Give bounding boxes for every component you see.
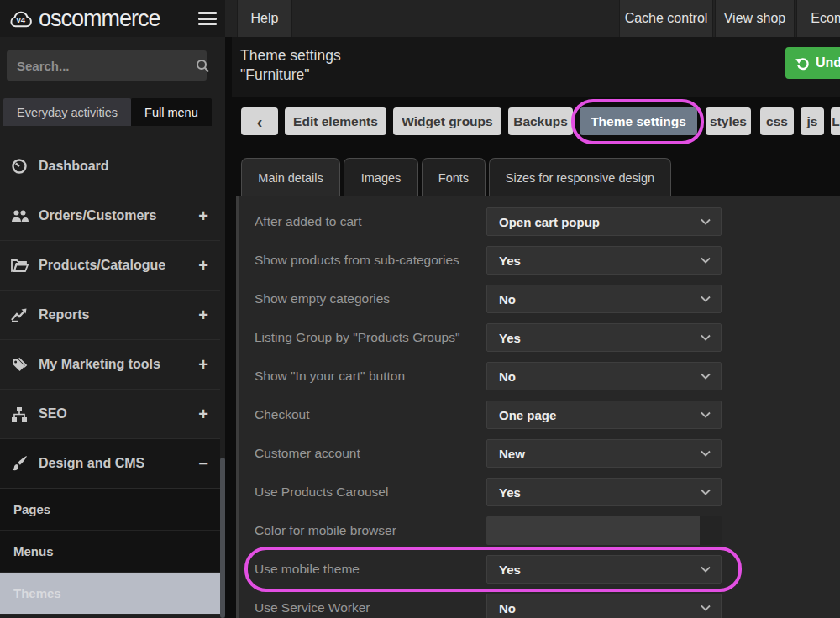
sidebar-item-themes[interactable]: Themes — [0, 573, 220, 615]
select-value: Yes — [499, 331, 701, 345]
folder-open-icon — [10, 258, 29, 273]
setting-row-checkout: Checkout One page — [255, 395, 840, 434]
undo-button[interactable]: Undo — [785, 47, 840, 79]
setting-label: Checkout — [255, 407, 486, 422]
sidebar-item-dashboard[interactable]: Dashboard — [0, 142, 220, 191]
setting-row-listing-group: Listing Group by "Products Groups" Yes — [255, 318, 840, 357]
sidebar-item-products-catalogue[interactable]: Products/Catalogue + — [0, 241, 220, 291]
expand-plus-icon[interactable]: + — [198, 207, 208, 226]
subtab-fonts[interactable]: Fonts — [422, 158, 486, 196]
select-value: No — [499, 601, 701, 615]
products-carousel-select[interactable]: Yes — [486, 478, 722, 506]
topbar-ecommerce[interactable]: Ecommerce — [796, 0, 840, 37]
setting-row-after-added-to-cart: After added to cart Open cart popup — [255, 202, 840, 241]
setting-label: Use Products Carousel — [255, 484, 486, 500]
sidebar-item-menus[interactable]: Menus — [0, 531, 220, 573]
undo-icon — [795, 56, 810, 71]
setting-label: Use mobile theme — [255, 562, 486, 577]
subtab-sizes-responsive[interactable]: Sizes for responsive design — [489, 158, 671, 196]
tab-theme-settings[interactable]: Theme settings — [580, 107, 697, 135]
oscommerce-admin: v4 oscommerce Everyday activities Full m… — [0, 0, 840, 618]
setting-row-mobile-browser-color: Color for mobile browser — [255, 511, 840, 550]
chevron-down-icon — [701, 566, 711, 573]
chevron-down-icon — [701, 257, 711, 264]
back-button[interactable]: ‹ — [241, 107, 278, 135]
select-value: Open cart popup — [499, 215, 701, 229]
sidebar: v4 oscommerce Everyday activities Full m… — [0, 0, 225, 618]
paintbrush-icon — [10, 455, 29, 472]
subtab-main-details[interactable]: Main details — [241, 158, 340, 196]
subtab-images[interactable]: Images — [344, 158, 418, 196]
setting-row-in-your-cart-button: Show "In your cart" button No — [255, 357, 840, 395]
select-value: No — [499, 369, 701, 384]
sidebar-item-orders-customers[interactable]: Orders/Customers + — [0, 191, 220, 241]
tab-layouts[interactable]: Layouts — [831, 107, 840, 135]
tab-css[interactable]: css — [760, 107, 794, 135]
mobile-browser-color-field — [486, 516, 722, 545]
select-value: Yes — [499, 254, 701, 268]
after-added-to-cart-select[interactable]: Open cart popup — [486, 207, 722, 236]
setting-row-empty-categories: Show empty categories No — [255, 280, 840, 318]
menu-label: Products/Catalogue — [39, 258, 165, 273]
submenu-label: Themes — [13, 586, 61, 600]
expand-plus-icon[interactable]: + — [198, 256, 208, 275]
chevron-down-icon — [701, 605, 711, 611]
sidebar-item-seo[interactable]: SEO + — [0, 390, 220, 439]
select-value: No — [499, 292, 701, 306]
menu-label: Design and CMS — [39, 456, 144, 471]
sidebar-item-reports[interactable]: Reports + — [0, 291, 220, 340]
select-value: Yes — [499, 563, 701, 577]
tab-backups[interactable]: Backups — [508, 107, 573, 135]
menu-label: Orders/Customers — [39, 208, 157, 223]
tab-edit-elements[interactable]: Edit elements — [285, 107, 386, 135]
expand-plus-icon[interactable]: + — [198, 306, 208, 325]
topbar-cache-control[interactable]: Cache control — [619, 0, 713, 37]
chevron-down-icon — [701, 373, 711, 380]
select-value: One page — [499, 408, 701, 422]
show-products-subcategories-select[interactable]: Yes — [486, 246, 722, 275]
chevron-down-icon — [701, 450, 711, 457]
tab-widget-groups[interactable]: Widget groups — [393, 107, 501, 135]
logo-bar: v4 oscommerce — [0, 0, 225, 37]
users-icon — [10, 208, 29, 224]
setting-label: Use Service Worker — [255, 600, 486, 615]
sidebar-item-design-cms[interactable]: Design and CMS − — [0, 439, 220, 489]
show-empty-categories-select[interactable]: No — [486, 285, 722, 313]
setting-label: Show "In your cart" button — [255, 369, 486, 384]
checkout-select[interactable]: One page — [486, 401, 722, 429]
oscommerce-logo[interactable]: v4 oscommerce — [8, 8, 160, 30]
collapse-minus-icon[interactable]: − — [198, 454, 208, 474]
in-your-cart-button-select[interactable]: No — [486, 362, 722, 390]
topbar-help[interactable]: Help — [237, 0, 292, 37]
color-picker-swatch[interactable] — [700, 516, 722, 545]
submenu-label: Pages — [13, 502, 50, 516]
gauge-icon — [10, 158, 29, 175]
chart-line-icon — [10, 307, 29, 322]
sidebar-mode-tabs: Everyday activities Full menu — [3, 98, 212, 126]
topbar-view-shop[interactable]: View shop — [715, 0, 795, 37]
submenu-label: Menus — [13, 544, 54, 558]
expand-plus-icon[interactable]: + — [198, 405, 208, 424]
sidebar-item-pages[interactable]: Pages — [0, 489, 220, 531]
tab-js[interactable]: js — [801, 107, 824, 135]
hamburger-menu-icon[interactable] — [198, 12, 217, 25]
logo-text: oscommerce — [39, 8, 160, 30]
customer-account-select[interactable]: New — [486, 439, 722, 468]
expand-plus-icon[interactable]: + — [198, 355, 208, 374]
setting-label: Show products from sub-categories — [255, 253, 486, 268]
chevron-down-icon — [701, 489, 711, 495]
search-input[interactable] — [7, 59, 196, 73]
menu-label: Reports — [39, 307, 89, 322]
search-icon[interactable] — [196, 50, 210, 81]
use-mobile-theme-select[interactable]: Yes — [486, 555, 722, 584]
use-service-worker-select[interactable]: No — [486, 594, 722, 618]
tab-full-menu[interactable]: Full menu — [131, 98, 212, 126]
topbar: Help Cache control View shop Ecommerce — [225, 0, 840, 37]
settings-rows: After added to cart Open cart popup Show… — [239, 196, 840, 618]
setting-label: Listing Group by "Products Groups" — [255, 330, 486, 345]
sidebar-item-marketing-tools[interactable]: My Marketing tools + — [0, 340, 220, 390]
color-text-input[interactable] — [486, 516, 700, 545]
tab-everyday-activities[interactable]: Everyday activities — [3, 98, 131, 126]
tab-styles[interactable]: styles — [706, 107, 751, 135]
listing-group-select[interactable]: Yes — [486, 323, 722, 352]
